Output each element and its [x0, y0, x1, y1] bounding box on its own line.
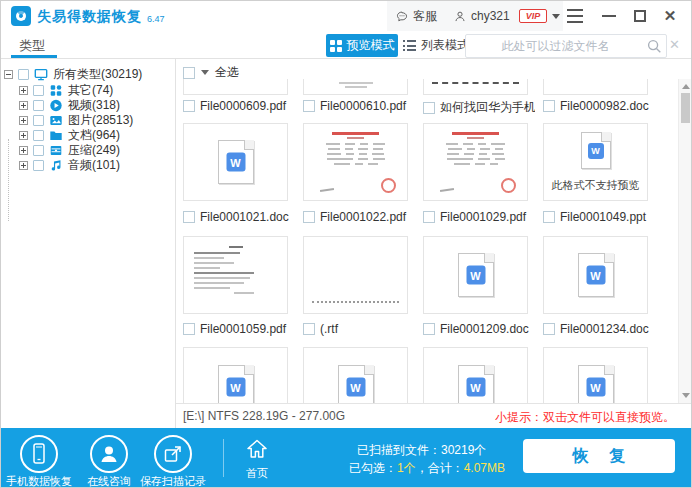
- word-file-icon: W: [581, 132, 611, 169]
- file-checkbox[interactable]: [423, 323, 435, 335]
- file-checkbox[interactable]: [543, 323, 555, 335]
- file-thumbnail[interactable]: [423, 79, 528, 95]
- menu-button[interactable]: [566, 9, 584, 23]
- file-item[interactable]: File0001234.doc: [543, 322, 655, 336]
- scroll-down-icon[interactable]: [682, 393, 690, 398]
- tree-checkbox[interactable]: [33, 130, 44, 141]
- save-scan-record-label[interactable]: 保存扫描记录: [137, 474, 209, 488]
- customer-service-label: 客服: [413, 8, 437, 25]
- scrollbar-thumb[interactable]: [681, 93, 690, 123]
- file-checkbox[interactable]: [543, 100, 555, 112]
- file-thumbnail[interactable]: W: [423, 347, 528, 403]
- list-mode-button[interactable]: 列表模式: [403, 37, 469, 54]
- expand-icon[interactable]: [19, 86, 28, 95]
- tree-item-all-types[interactable]: 所有类型(30219): [4, 67, 142, 81]
- file-thumbnail[interactable]: [183, 236, 288, 314]
- file-checkbox[interactable]: [303, 211, 315, 223]
- select-all-checkbox[interactable]: [183, 67, 195, 79]
- file-checkbox[interactable]: [303, 323, 315, 335]
- tree-checkbox[interactable]: [33, 100, 44, 111]
- tree-checkbox[interactable]: [18, 69, 29, 80]
- expand-icon[interactable]: [19, 146, 28, 155]
- tree-item-other[interactable]: 其它(74): [19, 83, 113, 97]
- tree-item-image[interactable]: 图片(28513): [19, 113, 133, 127]
- collapse-icon[interactable]: [4, 70, 13, 79]
- vertical-scrollbar[interactable]: [678, 79, 692, 403]
- list-view-icon: [403, 40, 416, 51]
- file-checkbox[interactable]: [543, 211, 555, 223]
- file-thumbnail[interactable]: [303, 236, 408, 314]
- file-item[interactable]: File0001049.ppt: [543, 210, 655, 224]
- file-thumbnail[interactable]: [423, 123, 528, 201]
- app-window: 失易得数据恢复 6.47 客服 chy321 VIP ✕ 类型 预览模式 列表模…: [0, 0, 692, 488]
- tree-checkbox[interactable]: [33, 115, 44, 126]
- clear-filter-icon[interactable]: ✕: [669, 37, 680, 52]
- file-item[interactable]: 如何找回华为手机删...: [423, 99, 535, 116]
- file-item[interactable]: File0000609.pdf: [183, 99, 295, 113]
- file-item[interactable]: File0000982.doc: [543, 99, 655, 113]
- file-checkbox[interactable]: [183, 100, 195, 112]
- file-thumbnail[interactable]: W 此格式不支持预览: [543, 123, 648, 201]
- file-checkbox[interactable]: [183, 211, 195, 223]
- home-button[interactable]: 首页: [237, 437, 277, 481]
- list-mode-label: 列表模式: [421, 37, 469, 54]
- online-service-label[interactable]: 在线咨询: [85, 474, 133, 488]
- file-thumbnail[interactable]: W: [183, 123, 288, 201]
- file-thumbnail[interactable]: [543, 79, 648, 95]
- file-item[interactable]: File0001029.pdf: [423, 210, 535, 224]
- file-item[interactable]: File0001059.pdf: [183, 322, 295, 336]
- select-all-caret-icon[interactable]: [201, 70, 209, 75]
- close-button[interactable]: ✕: [661, 6, 679, 26]
- app-title: 失易得数据恢复: [37, 8, 142, 26]
- vip-badge[interactable]: VIP: [519, 9, 547, 23]
- phone-recovery-label[interactable]: 手机数据恢复: [3, 474, 75, 488]
- scroll-up-icon[interactable]: [682, 84, 690, 89]
- expand-icon[interactable]: [19, 116, 28, 125]
- minimize-button[interactable]: [602, 15, 616, 17]
- tree-item-archive[interactable]: 压缩(249): [19, 143, 120, 157]
- tree-item-document[interactable]: 文档(964): [19, 128, 120, 142]
- search-icon[interactable]: [645, 37, 663, 55]
- save-scan-record-button[interactable]: [154, 435, 192, 473]
- maximize-button[interactable]: [634, 10, 646, 22]
- tree-checkbox[interactable]: [33, 145, 44, 156]
- file-thumbnail[interactable]: W: [543, 347, 648, 403]
- file-thumbnail[interactable]: W: [303, 347, 408, 403]
- file-checkbox[interactable]: [423, 102, 435, 114]
- tree-item-video[interactable]: 视频(318): [19, 98, 120, 112]
- tree-item-audio[interactable]: 音频(101): [19, 158, 120, 172]
- status-divider: [176, 403, 692, 404]
- username: chy321: [471, 9, 510, 23]
- expand-icon[interactable]: [19, 161, 28, 170]
- account-button[interactable]: chy321: [453, 7, 510, 25]
- file-checkbox[interactable]: [423, 211, 435, 223]
- tab-type[interactable]: 类型: [19, 37, 45, 55]
- file-thumbnail[interactable]: W: [183, 347, 288, 403]
- file-item[interactable]: File0001022.pdf: [303, 210, 415, 224]
- file-thumbnail[interactable]: [183, 79, 288, 95]
- file-thumbnail[interactable]: [303, 123, 408, 201]
- vip-dropdown-caret-icon[interactable]: [552, 14, 560, 19]
- file-item[interactable]: (.rtf: [303, 322, 415, 336]
- file-thumbnail[interactable]: W: [423, 236, 528, 314]
- phone-recovery-button[interactable]: [20, 435, 58, 473]
- expand-icon[interactable]: [19, 131, 28, 140]
- file-checkbox[interactable]: [183, 323, 195, 335]
- file-item[interactable]: File0000610.pdf: [303, 99, 415, 113]
- file-checkbox[interactable]: [303, 100, 315, 112]
- file-thumbnail[interactable]: W: [543, 236, 648, 314]
- tree-checkbox[interactable]: [33, 85, 44, 96]
- word-file-icon: W: [578, 253, 614, 297]
- recover-button[interactable]: 恢 复: [523, 439, 675, 473]
- tree-checkbox[interactable]: [33, 160, 44, 171]
- file-name: File0000982.doc: [560, 99, 649, 113]
- online-service-button[interactable]: [90, 435, 128, 473]
- file-thumbnail[interactable]: [303, 79, 408, 95]
- customer-service-button[interactable]: 客服: [395, 7, 437, 25]
- filename-filter-input[interactable]: [466, 38, 645, 54]
- file-name: File0001209.doc: [440, 322, 529, 336]
- file-item[interactable]: File0001209.doc: [423, 322, 535, 336]
- file-item[interactable]: File0001021.doc: [183, 210, 295, 224]
- preview-mode-button[interactable]: 预览模式: [326, 34, 398, 57]
- expand-icon[interactable]: [19, 101, 28, 110]
